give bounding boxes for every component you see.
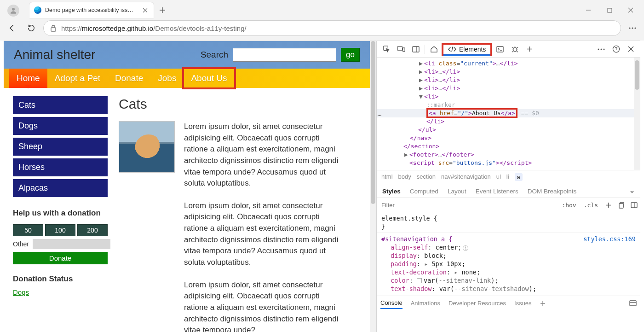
window-maximize[interactable] — [599, 2, 620, 18]
tab-title: Demo page with accessibility issues — [45, 7, 136, 13]
new-tab-button[interactable] — [157, 5, 167, 15]
window-close[interactable] — [620, 2, 641, 18]
url-text: https://microsoftedge.github.io/Demos/de… — [61, 24, 247, 32]
back-button[interactable] — [5, 21, 19, 35]
browser-menu-button[interactable] — [626, 27, 639, 29]
svg-point-3 — [629, 27, 630, 29]
svg-rect-1 — [608, 8, 612, 12]
window-minimize[interactable] — [578, 2, 599, 18]
reload-button[interactable] — [24, 21, 39, 35]
profile-avatar[interactable] — [7, 5, 19, 17]
browser-chrome: Demo page with accessibility issues http… — [0, 0, 644, 41]
lock-icon — [50, 24, 57, 32]
edge-icon — [34, 6, 41, 14]
svg-point-0 — [12, 8, 15, 11]
svg-point-5 — [634, 27, 636, 29]
svg-rect-2 — [51, 28, 56, 31]
svg-point-4 — [632, 27, 633, 29]
address-bar[interactable]: https://microsoftedge.github.io/Demos/de… — [43, 20, 621, 36]
browser-tab[interactable]: Demo page with accessibility issues — [29, 2, 154, 18]
close-tab-icon[interactable] — [140, 5, 150, 15]
